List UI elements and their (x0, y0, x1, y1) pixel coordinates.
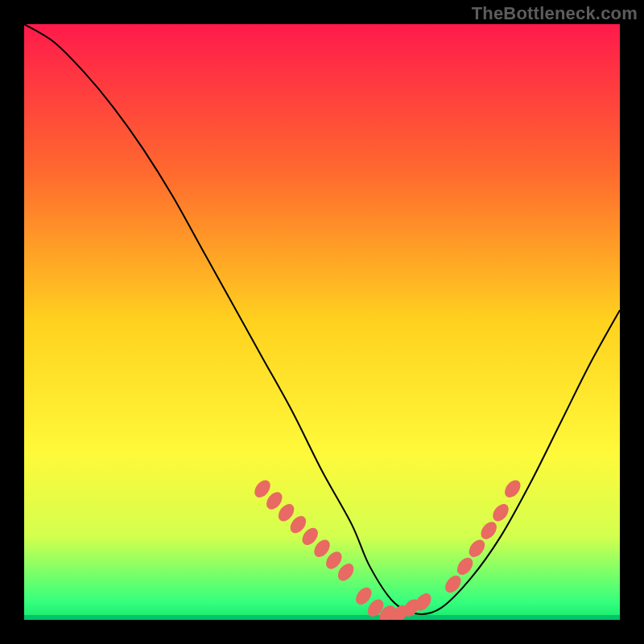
watermark-text: TheBottleneck.com (472, 3, 638, 24)
bottom-green-bar (24, 615, 620, 620)
gradient-background (24, 24, 620, 620)
chart-frame (24, 24, 620, 620)
bottleneck-chart (24, 24, 620, 620)
